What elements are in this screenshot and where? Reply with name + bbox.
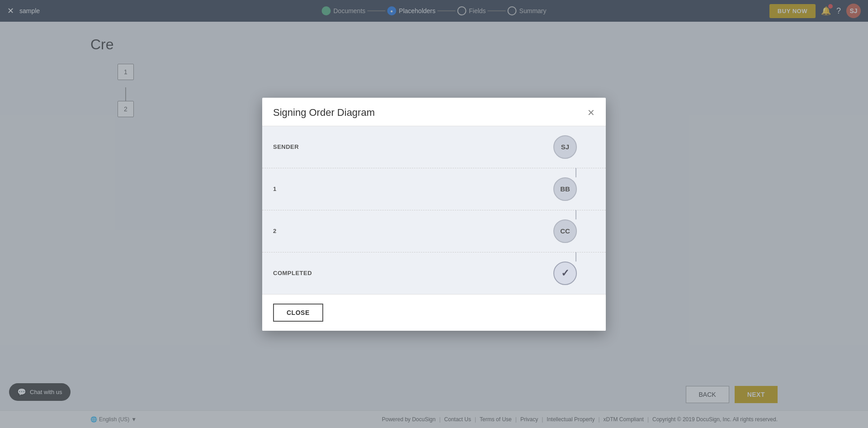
connector-line-2 (576, 210, 576, 219)
row2-connector: CC (363, 219, 595, 243)
row2-label: 2 (273, 228, 363, 234)
close-modal-button[interactable]: CLOSE (273, 304, 323, 322)
modal-overlay: Signing Order Diagram ✕ SENDER SJ 1 BB (0, 0, 868, 428)
modal-title: Signing Order Diagram (273, 107, 375, 119)
connector-line-3 (576, 252, 576, 262)
sender-avatar: SJ (553, 135, 577, 159)
modal-footer: CLOSE (262, 294, 606, 331)
row1-label: 1 (273, 185, 363, 192)
row1-avatar: BB (553, 177, 577, 201)
sender-label: SENDER (273, 143, 363, 150)
diagram-row-2: 2 CC (262, 210, 606, 252)
modal-body: SENDER SJ 1 BB 2 CC (262, 126, 606, 294)
connector-line-1 (576, 168, 576, 177)
completed-connector: ✓ (363, 262, 595, 285)
diagram-row-completed: COMPLETED ✓ (262, 252, 606, 294)
diagram-row-1: 1 BB (262, 168, 606, 210)
signing-order-modal: Signing Order Diagram ✕ SENDER SJ 1 BB (262, 98, 606, 331)
row2-avatar: CC (553, 219, 577, 243)
modal-header: Signing Order Diagram ✕ (262, 98, 606, 126)
check-icon: ✓ (561, 267, 569, 279)
sender-connector: SJ (363, 135, 595, 159)
completed-label: COMPLETED (273, 270, 363, 276)
row1-connector: BB (363, 177, 595, 201)
modal-close-button[interactable]: ✕ (587, 108, 595, 117)
diagram-row-sender: SENDER SJ (262, 126, 606, 168)
completed-avatar: ✓ (553, 262, 577, 285)
